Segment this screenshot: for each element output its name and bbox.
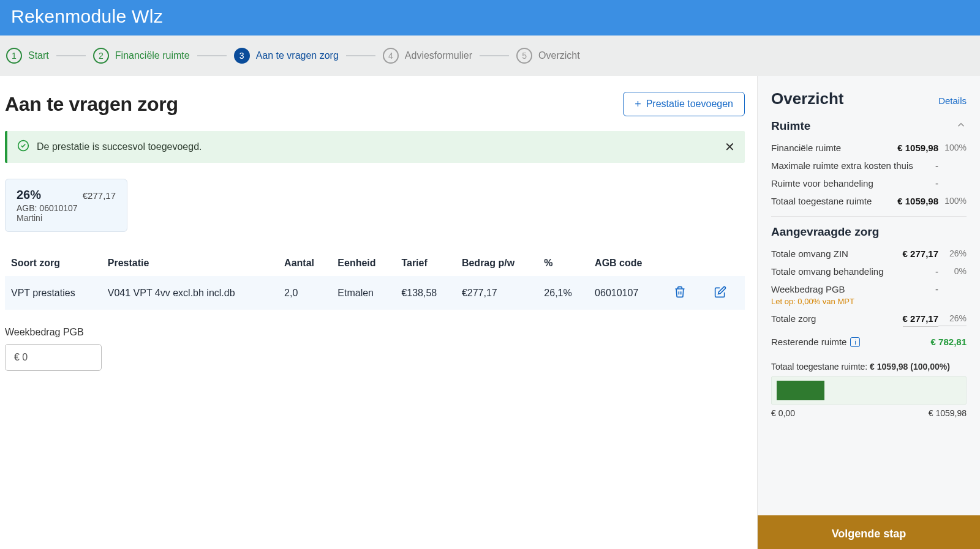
check-circle-icon [17, 140, 29, 154]
usage-bar [771, 376, 967, 405]
th-prestatie: Prestatie [102, 250, 278, 276]
provider-card[interactable]: 26% €277,17 AGB: 06010107 Martini [5, 179, 127, 232]
step-separator [346, 55, 375, 56]
chevron-up-icon[interactable] [956, 119, 967, 133]
app-header: Rekenmodule Wlz [0, 0, 980, 35]
th-pct: % [538, 250, 589, 276]
th-soort: Soort zorg [5, 250, 102, 276]
th-aantal: Aantal [278, 250, 331, 276]
th-agb: AGB code [589, 250, 664, 276]
card-amount: €277,17 [83, 190, 116, 201]
card-provider-name: Martini [17, 213, 116, 223]
step-financiele-ruimte[interactable]: 2 Financiële ruimte [93, 48, 190, 64]
card-percentage: 26% [17, 188, 41, 202]
prestatie-table: Soort zorg Prestatie Aantal Eenheid Tari… [5, 250, 745, 310]
usage-bar-fill [777, 381, 824, 400]
delete-row-button[interactable] [670, 285, 690, 301]
alert-message: De prestatie is succesvol toegevoegd. [37, 141, 717, 152]
divider [771, 216, 967, 217]
step-separator [197, 55, 227, 56]
th-eenheid: Eenheid [331, 250, 395, 276]
card-agb: AGB: 06010107 [17, 203, 116, 213]
wizard-steps: 1 Start 2 Financiële ruimte 3 Aan te vra… [0, 35, 980, 76]
sidebar-title: Overzicht [771, 89, 844, 108]
th-tarief: Tarief [395, 250, 456, 276]
edit-row-button[interactable] [710, 285, 730, 301]
main-content: Aan te vragen zorg + Prestatie toevoegen… [0, 76, 757, 549]
add-prestatie-button[interactable]: + Prestatie toevoegen [623, 92, 745, 116]
step-start[interactable]: 1 Start [6, 48, 49, 64]
th-bedrag: Bedrag p/w [456, 250, 538, 276]
success-alert: De prestatie is succesvol toegevoegd. ✕ [5, 131, 745, 163]
pgb-label: Weekbedrag PGB [5, 327, 745, 338]
step-separator [480, 55, 509, 56]
step-separator [56, 55, 86, 56]
step-overzicht[interactable]: 5 Overzicht [516, 48, 580, 64]
table-row: VPT prestaties V041 VPT 4vv excl.bh incl… [5, 276, 745, 310]
page-title: Aan te vragen zorg [5, 93, 178, 116]
bar-caption: Totaal toegestane ruimte: € 1059,98 (100… [771, 362, 967, 372]
app-title: Rekenmodule Wlz [11, 6, 969, 27]
step-adviesformulier[interactable]: 4 Adviesformulier [383, 48, 472, 64]
aangevraagd-heading: Aangevraagde zorg [771, 225, 879, 239]
info-icon[interactable]: i [850, 337, 860, 347]
pgb-section: Weekbedrag PGB [5, 327, 745, 371]
ruimte-heading: Ruimte [771, 119, 810, 133]
overview-sidebar: Overzicht Details Ruimte Financiële ruim… [757, 76, 980, 549]
trash-icon [674, 286, 686, 298]
alert-close-button[interactable]: ✕ [725, 140, 735, 154]
next-step-button[interactable]: Volgende stap [758, 515, 980, 549]
plus-icon: + [635, 99, 641, 110]
step-aan-te-vragen-zorg[interactable]: 3 Aan te vragen zorg [234, 48, 339, 64]
edit-icon [714, 286, 726, 298]
pgb-warning: Let op: 0,00% van MPT [771, 297, 967, 306]
pgb-input[interactable] [5, 344, 102, 371]
details-link[interactable]: Details [938, 95, 967, 106]
bar-axis-labels: € 0,00 € 1059,98 [771, 408, 967, 418]
remaining-row: Resterende ruimte i € 782,81 [771, 331, 967, 351]
